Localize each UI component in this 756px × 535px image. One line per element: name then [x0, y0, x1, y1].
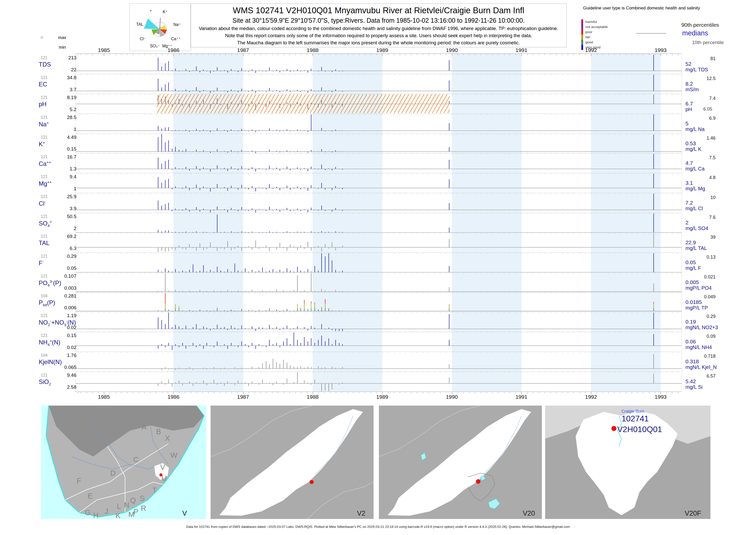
sample-bar — [228, 346, 228, 349]
row-p90-value: 6.9 — [688, 116, 716, 121]
sample-bar — [314, 210, 315, 210]
sample-bar — [325, 71, 325, 71]
sample-bar — [175, 130, 176, 131]
sample-bar — [231, 291, 231, 292]
sample-bar — [256, 346, 256, 349]
sample-bar — [332, 169, 332, 170]
sample-bar — [168, 179, 169, 188]
sample-bar — [248, 188, 249, 189]
sample-bar — [301, 343, 301, 346]
sample-bar — [287, 129, 287, 131]
site-marker — [611, 426, 616, 431]
sample-bar — [287, 268, 287, 272]
sample-bar — [200, 329, 200, 330]
sample-bar — [228, 131, 228, 132]
row-median-line — [76, 210, 682, 210]
sample-bar — [228, 91, 228, 93]
sample-bar — [224, 247, 225, 249]
row-max-value: 1.76 — [48, 352, 76, 358]
sample-bar — [182, 131, 183, 131]
sample-bar — [158, 247, 158, 252]
sample-bar — [168, 140, 169, 152]
year-label-top-1985: 1985 — [89, 47, 119, 53]
sample-bar — [335, 383, 336, 384]
sample-bar — [314, 152, 315, 152]
sample-bar — [335, 129, 336, 130]
row-min-value: 1.3 — [48, 166, 76, 172]
sample-bar — [339, 131, 339, 131]
drainage-region-letter-F: F — [77, 477, 81, 485]
row-p90-value: 7.4 — [688, 96, 716, 101]
sample-bar — [301, 210, 301, 211]
sample-bar — [321, 307, 322, 308]
sample-bar — [221, 311, 221, 311]
sample-bar — [259, 210, 259, 210]
sample-bar — [214, 247, 214, 248]
sample-bar — [314, 168, 315, 169]
sample-bar — [231, 247, 231, 250]
sample-bar — [165, 63, 166, 71]
sample-bar — [256, 383, 256, 384]
sample-bar — [273, 328, 273, 329]
sample-bar — [168, 127, 169, 131]
sample-bar — [449, 160, 449, 169]
drainage-region-letter-V: V — [160, 463, 165, 471]
sample-bar — [252, 381, 252, 383]
sample-bar — [314, 368, 315, 369]
sample-bar — [332, 131, 332, 131]
row-max-value: 69.2 — [48, 234, 76, 239]
sample-bar — [200, 210, 200, 212]
sample-bar — [283, 152, 284, 152]
sample-bar — [335, 167, 336, 169]
sample-bar — [193, 369, 193, 370]
sample-bar — [314, 343, 315, 346]
sample-bar — [342, 169, 343, 170]
sample-bar — [252, 247, 252, 250]
sample-bar — [221, 291, 221, 292]
sample-bar — [228, 241, 228, 247]
row-max-value: 8.19 — [48, 95, 76, 100]
sample-bar — [308, 241, 308, 247]
sample-bar — [186, 311, 186, 311]
row-unit-label: pH — [686, 106, 692, 112]
sample-bar — [314, 308, 315, 311]
sample-bar — [269, 364, 270, 369]
sample-bar — [241, 185, 242, 188]
sample-bar — [182, 328, 183, 329]
sample-bar — [231, 89, 231, 91]
sample-bar — [280, 364, 280, 369]
row-max-value: 213 — [48, 55, 76, 61]
sample-bar — [325, 256, 325, 272]
sample-bar — [234, 210, 235, 210]
month-ticks — [76, 253, 682, 254]
sample-bar — [221, 169, 221, 169]
sample-bar — [175, 167, 176, 169]
sample-bar — [175, 69, 176, 71]
sample-bar — [189, 91, 190, 92]
map-v2-catchment: V2 — [211, 406, 373, 519]
sample-bar — [314, 266, 315, 272]
sample-bar — [294, 91, 294, 92]
year-label-bottom-1989: 1989 — [367, 394, 397, 400]
sample-bar — [210, 169, 211, 172]
sample-bar — [210, 210, 211, 212]
sample-bar — [269, 166, 270, 169]
row-p90-value: 7.5 — [688, 155, 716, 160]
sample-bar — [241, 68, 242, 71]
sample-bar — [297, 209, 298, 210]
year-label-top-1988: 1988 — [297, 47, 328, 53]
row-p90-value: 0.09 — [688, 334, 716, 339]
sample-bar — [653, 55, 654, 71]
sample-bar — [210, 346, 211, 346]
sample-bar — [273, 152, 273, 152]
sample-bar — [304, 91, 305, 91]
sample-bar — [332, 344, 332, 346]
sample-bar — [175, 369, 176, 370]
sample-bar — [231, 325, 231, 329]
sample-bar — [280, 91, 280, 93]
sample-bar — [238, 291, 238, 292]
row-median-line — [76, 346, 682, 346]
legend-label-fair: fair — [585, 35, 590, 39]
sample-bar — [168, 160, 169, 169]
sample-bar — [287, 311, 287, 311]
